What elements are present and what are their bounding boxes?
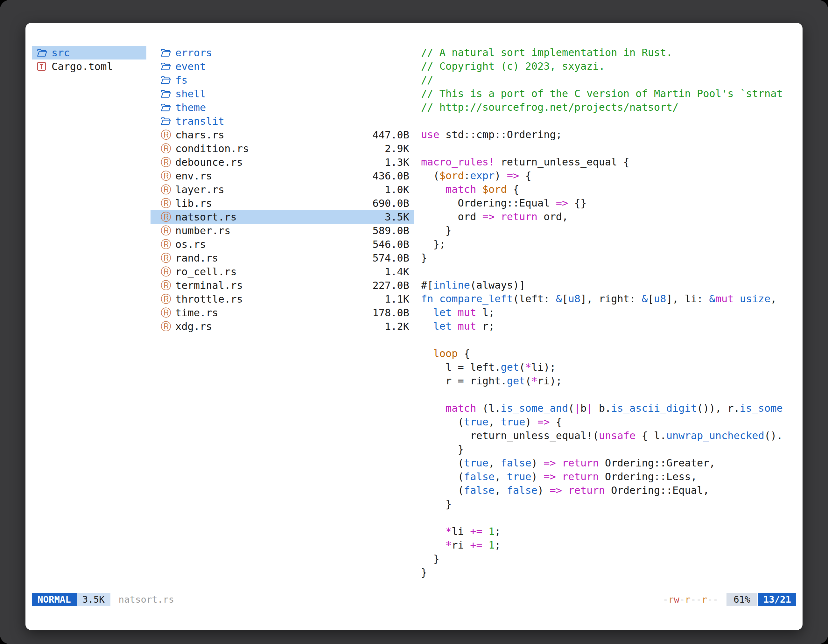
entry-size: 1.0K [385,183,409,196]
file-size-badge: 3.5K [77,593,110,606]
file-manager-panes: srcTCargo.toml errorseventfsshellthemetr… [32,46,798,589]
code-line: // This is a port of the C version of Ma… [421,87,798,100]
rust-icon: Ⓡ [161,130,175,140]
current-directory-pane[interactable]: errorseventfsshellthemetranslitⓇchars.rs… [151,46,414,333]
dir-row-translit[interactable]: translit [151,114,414,128]
mode-badge: NORMAL [32,593,77,606]
dir-row-errors[interactable]: errors [151,46,414,60]
folder-open-icon [37,49,52,57]
dir-row-shell[interactable]: shell [151,87,414,100]
code-line: Ordering::Equal => {} [421,196,798,210]
entry-name: rand.rs [175,252,218,264]
file-row-chars.rs[interactable]: Ⓡchars.rs447.0B [151,128,414,142]
rust-icon: Ⓡ [161,212,175,222]
file-row-layer.rs[interactable]: Ⓡlayer.rs1.0K [151,183,414,196]
entry-size: 3.5K [385,211,409,223]
file-row-throttle.rs[interactable]: Ⓡthrottle.rs1.1K [151,292,414,306]
folder-open-icon [161,76,175,84]
file-row-condition.rs[interactable]: Ⓡcondition.rs2.9K [151,142,414,155]
entry-size: 436.0B [372,170,409,182]
folder-open-icon [161,89,175,98]
rust-icon: Ⓡ [161,253,175,263]
entry-name: src [52,47,70,59]
entry-size: 227.0B [372,279,409,291]
entry-size: 178.0B [372,307,409,319]
entry-name: fs [175,74,188,86]
code-line: loop { [421,347,798,360]
yazi-file-manager-window: srcTCargo.toml errorseventfsshellthemetr… [25,23,803,630]
status-bar-right: -rw-r--r-- 61% 13/21 [663,593,796,606]
file-row-Cargo.toml[interactable]: TCargo.toml [32,60,146,73]
code-line [421,114,798,128]
file-row-lib.rs[interactable]: Ⓡlib.rs690.0B [151,196,414,210]
status-bar: NORMAL 3.5K natsort.rs -rw-r--r-- 61% 13… [32,593,796,606]
entry-name: ro_cell.rs [175,266,237,278]
file-row-ro_cell.rs[interactable]: Ⓡro_cell.rs1.4K [151,265,414,278]
code-line: macro_rules! return_unless_equal { [421,155,798,169]
code-line: (true, true) => { [421,415,798,429]
file-row-time.rs[interactable]: Ⓡtime.rs178.0B [151,306,414,320]
entry-name: translit [175,115,224,127]
file-row-natsort.rs[interactable]: Ⓡnatsort.rs3.5K [151,210,414,224]
code-line: // Copyright (c) 2023, sxyazi. [421,60,798,73]
code-line: } [421,443,798,456]
file-row-os.rs[interactable]: Ⓡos.rs546.0B [151,237,414,251]
file-row-xdg.rs[interactable]: Ⓡxdg.rs1.2K [151,320,414,333]
rust-icon: Ⓡ [161,184,175,195]
file-row-env.rs[interactable]: Ⓡenv.rs436.0B [151,169,414,183]
file-row-rand.rs[interactable]: Ⓡrand.rs574.0B [151,251,414,265]
entry-name: terminal.rs [175,279,243,291]
entry-size: 574.0B [372,252,409,264]
parent-directory-pane[interactable]: srcTCargo.toml [32,46,146,73]
rust-icon: Ⓡ [161,198,175,208]
entry-size: 1.4K [385,266,409,278]
code-line: match (l.is_some_and(|b| b.is_ascii_digi… [421,401,798,415]
entry-name: chars.rs [175,129,224,141]
code-line: } [421,224,798,237]
code-line: *ri += 1; [421,538,798,552]
code-line: #[inline(always)] [421,278,798,292]
cursor-position-badge: 13/21 [758,593,796,606]
code-line [421,333,798,347]
code-line: // A natural sort implementation in Rust… [421,46,798,60]
entry-name: layer.rs [175,183,224,196]
entry-size: 690.0B [372,197,409,209]
code-line: } [421,497,798,511]
file-row-terminal.rs[interactable]: Ⓡterminal.rs227.0B [151,278,414,292]
code-line: } [421,251,798,265]
entry-name: condition.rs [175,143,249,155]
entry-name: debounce.rs [175,156,243,168]
entry-size: 1.3K [385,156,409,168]
folder-open-icon [161,62,175,71]
entry-name: shell [175,88,206,100]
rust-icon: Ⓡ [161,294,175,304]
entry-name: natsort.rs [175,211,237,223]
rust-icon: Ⓡ [161,171,175,181]
dir-row-theme[interactable]: theme [151,100,414,114]
code-line: let mut l; [421,306,798,320]
entry-size: 1.1K [385,293,409,305]
entry-name: errors [175,47,212,59]
dir-row-event[interactable]: event [151,60,414,73]
code-line: // [421,73,798,87]
file-row-number.rs[interactable]: Ⓡnumber.rs589.0B [151,224,414,237]
dir-row-fs[interactable]: fs [151,73,414,87]
scroll-percent-badge: 61% [726,593,757,606]
code-line [421,142,798,155]
entry-name: theme [175,102,206,114]
status-filename: natsort.rs [119,594,174,605]
file-row-debounce.rs[interactable]: Ⓡdebounce.rs1.3K [151,155,414,169]
file-preview-pane[interactable]: // A natural sort implementation in Rust… [421,46,798,580]
entry-size: 1.2K [385,320,409,332]
dir-row-src[interactable]: src [32,46,146,60]
rust-icon: Ⓡ [161,266,175,277]
code-line: (false, false) => return Ordering::Equal… [421,484,798,497]
code-line: use std::cmp::Ordering; [421,128,798,142]
entry-name: os.rs [175,238,206,251]
code-line [421,265,798,278]
rust-icon: Ⓡ [161,307,175,318]
folder-open-icon [161,103,175,112]
toml-icon: T [37,62,52,71]
code-line: ($ord:expr) => { [421,169,798,183]
code-line: let mut r; [421,320,798,333]
